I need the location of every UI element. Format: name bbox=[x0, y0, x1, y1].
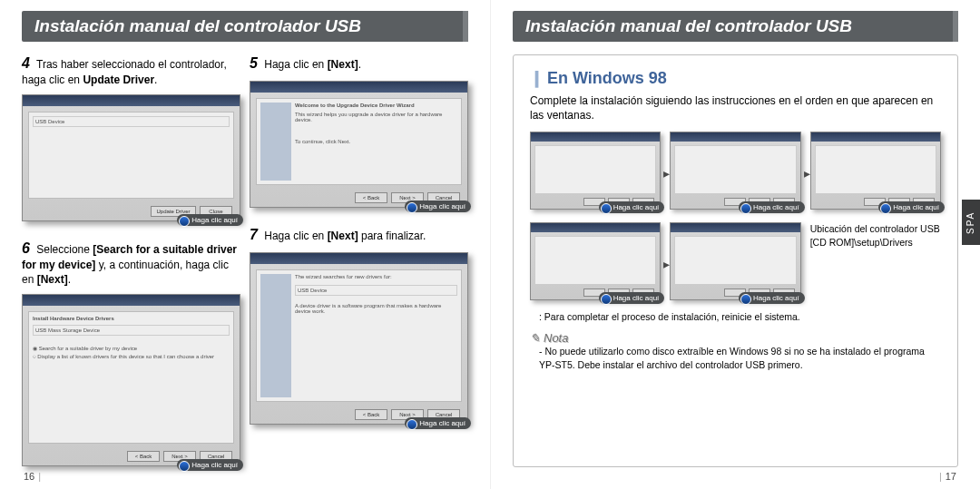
thumb-1 bbox=[530, 132, 661, 210]
left-titlebar: Instalación manual del controlador USB bbox=[22, 11, 468, 42]
step-5: 5 Haga clic en [Next]. bbox=[250, 54, 468, 73]
thumb-2-caption: Haga clic aquí bbox=[739, 201, 805, 213]
left-col-b: 5 Haga clic en [Next]. Welcome to the Up… bbox=[250, 54, 468, 484]
section-heading: ❙En Windows 98 bbox=[530, 68, 941, 88]
page-number-right: |17 bbox=[936, 471, 956, 482]
left-col-a: 4 Tras haber seleccionado el controlador… bbox=[22, 54, 240, 484]
mock-window-5: Welcome to the Upgrade Device Driver Wiz… bbox=[250, 81, 468, 208]
step-7-text-a: Haga clic en bbox=[264, 230, 327, 242]
thumb-3 bbox=[810, 132, 941, 210]
step-6-text-e: . bbox=[68, 273, 71, 286]
left-title: Instalación manual del controlador USB bbox=[34, 16, 361, 35]
mock6-inner: Install Hardware Device Drivers USB Mass… bbox=[28, 311, 234, 444]
nota-label: ✎Nota bbox=[530, 331, 941, 345]
step-6-bold2: [Next] bbox=[37, 273, 68, 286]
mock6-titlebar bbox=[23, 295, 240, 306]
right-panel: ❙En Windows 98 Complete la instalación s… bbox=[513, 54, 958, 467]
step-4: 4 Tras haber seleccionado el controlador… bbox=[22, 54, 240, 87]
thumb-4-wrap: Haga clic aquí ▸ bbox=[530, 222, 661, 300]
pencil-icon: ✎ bbox=[530, 331, 540, 345]
mock5-title: Welcome to the Upgrade Device Driver Wiz… bbox=[295, 103, 457, 108]
mock7-device: USB Device bbox=[295, 285, 457, 296]
page-right: Instalación manual del controlador USB ❙… bbox=[490, 0, 980, 489]
mock6-device: USB Mass Storage Device bbox=[33, 325, 230, 336]
nota-label-text: Nota bbox=[544, 331, 568, 345]
step-5-num: 5 bbox=[250, 55, 258, 71]
mock5-inner: Welcome to the Upgrade Device Driver Wiz… bbox=[256, 98, 462, 185]
footnote: : Para completar el proceso de instalaci… bbox=[539, 311, 941, 322]
thumbnail-grid: Haga clic aquí ▸ Haga clic aquí ▸ bbox=[530, 132, 941, 300]
arrow-icon-3: ▸ bbox=[663, 257, 670, 271]
thumb-5-caption: Haga clic aquí bbox=[739, 292, 805, 304]
left-columns: 4 Tras haber seleccionado el controlador… bbox=[22, 54, 468, 484]
step-4-text-c: . bbox=[154, 73, 157, 86]
step-7: 7 Haga clic en [Next] para finalizar. bbox=[250, 226, 468, 245]
loc-line1: Ubicación del controlador USB bbox=[810, 222, 941, 235]
heading-text: En Windows 98 bbox=[547, 69, 667, 87]
page-number-16: 16 bbox=[24, 471, 34, 482]
thumb-2 bbox=[670, 132, 800, 210]
mock7-caption: Haga clic aquí bbox=[405, 417, 471, 429]
mock6-title: Install Hardware Device Drivers bbox=[33, 316, 230, 321]
loc-line2: [CD ROM]\setup\Drivers bbox=[810, 236, 941, 249]
mock4-device: USB Device bbox=[33, 116, 230, 127]
thumb-5 bbox=[670, 222, 800, 300]
step-7-bold: [Next] bbox=[328, 230, 358, 242]
thumb-4-caption: Haga clic aquí bbox=[599, 292, 665, 304]
heading-bar: ❙ bbox=[530, 69, 544, 87]
driver-location-cell: Ubicación del controlador USB [CD ROM]\s… bbox=[810, 222, 941, 248]
step-4-bold: Update Driver bbox=[83, 73, 154, 86]
mock5-caption: Haga clic aquí bbox=[405, 200, 471, 212]
right-title: Instalación manual del controlador USB bbox=[525, 16, 852, 35]
arrow-icon-1: ▸ bbox=[663, 166, 670, 181]
step-5-text-a: Haga clic en bbox=[264, 58, 327, 71]
language-tab: SPA bbox=[962, 200, 980, 245]
titlebar-cap-r bbox=[953, 11, 958, 42]
mock-window-6: Install Hardware Device Drivers USB Mass… bbox=[22, 294, 240, 466]
thumb-2-wrap: Haga clic aquí ▸ bbox=[670, 132, 800, 210]
page-number-left: 16| bbox=[24, 471, 44, 482]
mock-window-4: USB Device Update Driver Close Haga clic… bbox=[22, 94, 240, 221]
step-7-num: 7 bbox=[250, 227, 258, 242]
mock5-back-btn: < Back bbox=[355, 192, 387, 203]
mock6-caption: Haga clic aquí bbox=[177, 459, 243, 471]
thumb-1-caption: Haga clic aquí bbox=[599, 201, 665, 213]
mock4-caption: Haga clic aquí bbox=[177, 214, 243, 226]
step-6-text-a: Seleccione bbox=[36, 243, 93, 256]
intro-text: Complete la instalación siguiendo las in… bbox=[530, 93, 941, 122]
step-7-text-c: para finalizar. bbox=[358, 230, 426, 242]
thumb-4 bbox=[530, 222, 661, 300]
mock6-back-btn: < Back bbox=[127, 451, 160, 462]
mock7-titlebar bbox=[250, 253, 467, 264]
document-spread: Instalación manual del controlador USB 4… bbox=[0, 0, 980, 489]
page-number-17: 17 bbox=[946, 471, 956, 482]
mock5-line1: This wizard helps you upgrade a device d… bbox=[295, 112, 457, 122]
arrow-icon-2: ▸ bbox=[804, 166, 810, 181]
right-titlebar: Instalación manual del controlador USB bbox=[513, 11, 958, 42]
thumb-3-caption: Haga clic aquí bbox=[878, 201, 945, 213]
step-6-num: 6 bbox=[22, 240, 30, 256]
mock5-line2: To continue, click Next. bbox=[295, 139, 457, 144]
mock4-inner: USB Device bbox=[28, 112, 234, 199]
thumb-1-wrap: Haga clic aquí ▸ bbox=[530, 132, 661, 210]
thumb-5-wrap: Haga clic aquí bbox=[670, 222, 800, 300]
thumb-3-wrap: Haga clic aquí bbox=[810, 132, 941, 210]
nota-text: - No puede utilizarlo como disco extraíb… bbox=[539, 345, 941, 370]
mock4-titlebar bbox=[23, 95, 240, 106]
titlebar-cap bbox=[463, 11, 468, 42]
page-left: Instalación manual del controlador USB 4… bbox=[0, 0, 490, 489]
mock5-titlebar bbox=[250, 82, 467, 93]
step-5-bold: [Next] bbox=[328, 58, 358, 71]
mock-window-7: The wizard searches for new drivers for:… bbox=[250, 252, 468, 425]
step-6: 6 Seleccione [Search for a suitable driv… bbox=[22, 240, 240, 287]
step-4-num: 4 bbox=[22, 55, 30, 71]
step-5-text-c: . bbox=[358, 58, 361, 71]
mock7-back-btn: < Back bbox=[355, 409, 387, 420]
mock7-inner: The wizard searches for new drivers for:… bbox=[256, 269, 462, 402]
